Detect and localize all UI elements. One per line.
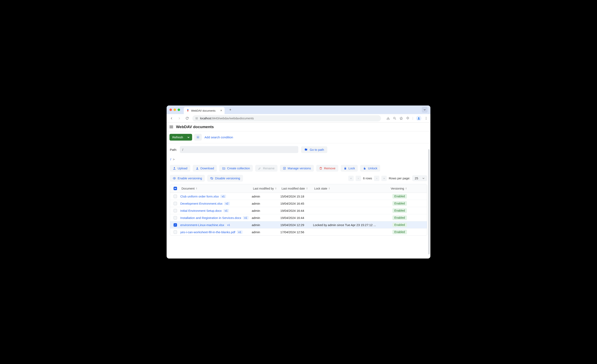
table-row[interactable]: Development Environment.xlsxv2admin19/04…: [170, 200, 427, 207]
settings-button[interactable]: [194, 134, 202, 140]
modified-date-cell: 15/04/2024 15:18: [280, 195, 313, 198]
modified-date-cell: 19/04/2024 16:44: [280, 209, 313, 212]
window-controls: [169, 108, 180, 111]
refresh-dropdown-button[interactable]: [185, 134, 192, 140]
bookmark-star-icon[interactable]: [399, 116, 403, 120]
document-link[interactable]: environment-Linux-machine.xlsx: [180, 223, 224, 227]
browser-menu-icon[interactable]: [424, 116, 428, 120]
profile-avatar[interactable]: [416, 116, 421, 121]
col-modified-by[interactable]: Last modified by▲▼: [252, 186, 280, 191]
reload-button[interactable]: [185, 116, 189, 121]
table-row[interactable]: ✓environment-Linux-machine.xlsxv1admin19…: [170, 221, 427, 229]
unlock-button[interactable]: Unlock: [360, 165, 380, 172]
select-all-checkbox[interactable]: [173, 187, 177, 190]
version-chip[interactable]: v1: [243, 216, 249, 220]
modified-date-cell: 19/04/2024 16:45: [280, 202, 313, 205]
path-row: Path: / Go to path: [167, 143, 430, 156]
rows-per-page-select[interactable]: 25: [412, 175, 427, 181]
svg-rect-7: [196, 119, 198, 119]
extensions-icon[interactable]: [406, 116, 409, 120]
path-input[interactable]: /: [180, 146, 298, 153]
add-search-condition-link[interactable]: Add search condition: [204, 134, 234, 140]
install-app-icon[interactable]: [386, 116, 390, 120]
forward-button[interactable]: [177, 116, 182, 121]
svg-rect-1: [187, 110, 189, 112]
back-button[interactable]: [169, 116, 174, 121]
modified-date-cell: 17/04/2024 12:56: [280, 230, 313, 234]
sort-icon: ▲▼: [196, 187, 197, 190]
document-link[interactable]: Club uniform order form.xlsx: [180, 195, 219, 198]
first-page-button[interactable]: «: [348, 176, 354, 181]
browser-tab[interactable]: WebDAV documents ×: [184, 107, 225, 114]
modified-by-cell: admin: [252, 216, 280, 220]
last-page-button[interactable]: »: [381, 176, 387, 181]
row-checkbox[interactable]: [173, 195, 177, 198]
next-page-button[interactable]: ›: [374, 176, 379, 181]
manage-versions-button[interactable]: Manage versions: [280, 165, 314, 172]
maximize-window-button[interactable]: [178, 108, 180, 111]
table-row[interactable]: Club uniform order form.xlsxv1admin15/04…: [170, 193, 427, 200]
document-link[interactable]: yes-i-can-worksheet-fill-in-the-blanks.p…: [180, 230, 235, 234]
chevron-down-icon: [422, 177, 425, 179]
col-versioning[interactable]: Versioning▲▼: [378, 186, 411, 191]
version-chip[interactable]: v2: [224, 202, 230, 205]
versioning-cell: Enabled: [378, 216, 411, 220]
zoom-icon[interactable]: [393, 116, 396, 120]
menu-icon[interactable]: [169, 126, 173, 128]
row-checkbox[interactable]: [173, 230, 177, 234]
table-row[interactable]: yes-i-can-worksheet-fill-in-the-blanks.p…: [170, 229, 427, 235]
disable-versioning-button[interactable]: Disable versioning: [207, 175, 243, 182]
versioning-cell: Enabled: [378, 194, 411, 199]
table-header: Document▲▼ Last modified by▲▼ Last modif…: [170, 184, 427, 193]
row-checkbox[interactable]: [173, 209, 177, 212]
col-modified-date[interactable]: Last modified date▲▼: [280, 186, 313, 191]
tab-close-icon[interactable]: ×: [220, 109, 222, 112]
close-window-button[interactable]: [169, 108, 172, 111]
rows-count: 6 rows: [363, 177, 372, 180]
document-link[interactable]: Initial Environment Setup.docx: [180, 209, 222, 212]
tabs-dropdown-button[interactable]: [422, 107, 428, 113]
url-field[interactable]: localhost:8443/webdav/webdavdocuments: [192, 115, 381, 121]
col-lock-state[interactable]: Lock state▲▼: [313, 186, 378, 191]
minimize-window-button[interactable]: [173, 108, 176, 111]
col-document[interactable]: Document▲▼: [180, 186, 252, 191]
upload-button[interactable]: Upload: [170, 165, 190, 172]
refresh-button[interactable]: Refresh: [169, 134, 186, 140]
download-button[interactable]: Download: [193, 165, 217, 172]
remove-button[interactable]: Remove: [316, 165, 338, 172]
new-tab-button[interactable]: +: [228, 107, 233, 113]
gear-icon: [196, 135, 200, 139]
document-link[interactable]: Development Environment.xlsx: [180, 202, 223, 205]
svg-rect-15: [173, 169, 176, 170]
prev-page-button[interactable]: ‹: [356, 176, 361, 181]
app-header: WebDAV documents: [167, 123, 430, 132]
version-chip[interactable]: v1: [220, 195, 226, 198]
version-chip[interactable]: v1: [237, 230, 243, 234]
scrollbar[interactable]: [428, 149, 430, 255]
modified-by-cell: admin: [252, 230, 280, 234]
tab-title: WebDAV documents: [191, 109, 215, 112]
modified-date-cell: 19/04/2024 12:29: [280, 223, 313, 227]
table-row[interactable]: Initial Environment Setup.docxv1admin19/…: [170, 207, 427, 214]
row-checkbox[interactable]: [173, 216, 177, 220]
eye-off-icon: [210, 177, 213, 180]
version-chip[interactable]: v1: [223, 209, 229, 212]
document-link[interactable]: Installation and Registration in Service…: [180, 216, 241, 220]
version-chip[interactable]: v1: [226, 223, 232, 227]
folder-open-icon: [304, 148, 308, 151]
action-buttons: Upload Download Create collection Rename…: [167, 163, 430, 174]
table-row[interactable]: Installation and Registration in Service…: [170, 214, 427, 221]
breadcrumb-root[interactable]: /: [170, 157, 171, 161]
path-label: Path:: [170, 148, 177, 151]
chevron-down-icon: [187, 136, 190, 139]
go-to-path-button[interactable]: Go to path: [301, 146, 327, 153]
row-checkbox[interactable]: ✓: [173, 223, 177, 227]
create-collection-button[interactable]: Create collection: [219, 165, 253, 172]
sort-icon: ▲▼: [329, 187, 330, 190]
sort-icon: ▲▼: [405, 187, 407, 190]
lock-button[interactable]: Lock: [341, 165, 358, 172]
row-checkbox[interactable]: [173, 202, 177, 205]
site-settings-icon[interactable]: [195, 117, 198, 120]
download-icon: [196, 167, 199, 170]
enable-versioning-button[interactable]: Enable versioning: [170, 175, 205, 182]
